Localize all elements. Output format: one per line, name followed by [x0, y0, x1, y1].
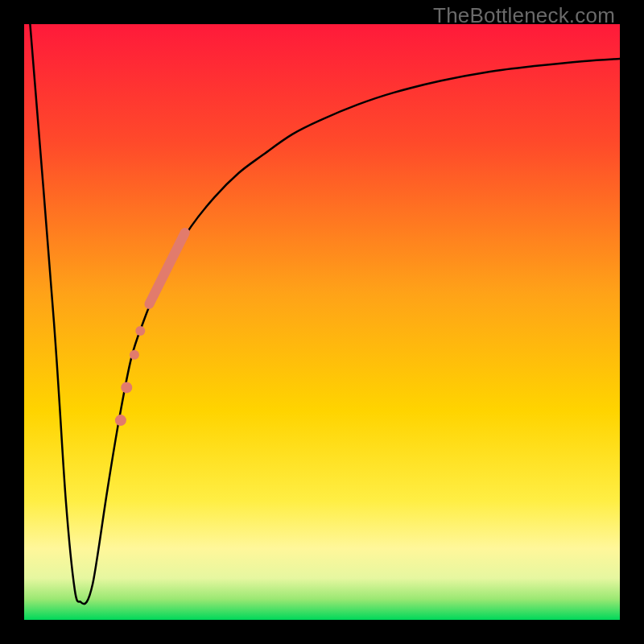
chart-frame: TheBottleneck.com: [0, 0, 644, 644]
salmon-dot-3: [121, 382, 132, 393]
curve-layer: [24, 24, 620, 620]
bottleneck-curve: [30, 24, 620, 604]
salmon-dot-1: [135, 326, 145, 336]
salmon-dot-4: [115, 415, 126, 426]
salmon-segment-top: [149, 233, 184, 304]
watermark-text: TheBottleneck.com: [433, 3, 615, 28]
salmon-dot-2: [130, 350, 139, 360]
marker-group: [115, 233, 185, 426]
plot-area: [24, 24, 620, 620]
